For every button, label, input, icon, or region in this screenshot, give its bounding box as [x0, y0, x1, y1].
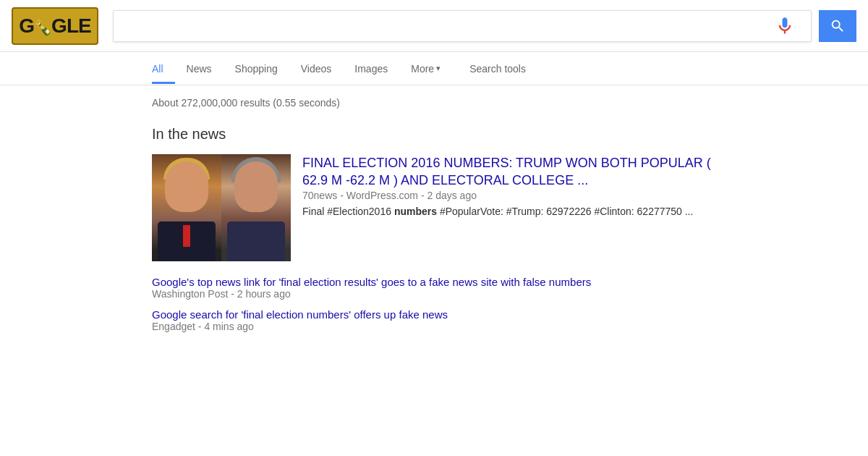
tab-videos[interactable]: Videos	[289, 54, 344, 83]
main-article-snippet: Final #Election2016 numbers #PopularVote…	[302, 204, 716, 219]
news-image	[152, 154, 291, 261]
news-content: FINAL ELECTION 2016 NUMBERS: TRUMP WON B…	[302, 154, 716, 261]
tab-images[interactable]: Images	[343, 54, 399, 83]
tab-more[interactable]: More	[399, 54, 452, 83]
related-article-2: Google search for 'final election number…	[152, 308, 716, 332]
search-button[interactable]	[819, 10, 856, 42]
tab-news[interactable]: News	[175, 54, 224, 83]
related-article-1: Google's top news link for 'final electi…	[152, 276, 716, 300]
trump-portrait	[152, 154, 221, 261]
clinton-portrait	[221, 154, 291, 261]
search-tools-button[interactable]: Search tools	[458, 54, 537, 83]
search-bar: final election numbers	[113, 10, 812, 42]
google-logo[interactable]: G🍾GLE	[12, 7, 98, 45]
main-article-title[interactable]: FINAL ELECTION 2016 NUMBERS: TRUMP WON B…	[302, 156, 711, 187]
related-article-1-title[interactable]: Google's top news link for 'final electi…	[152, 276, 716, 288]
search-nav: All News Shopping Videos Images More Sea…	[0, 52, 868, 85]
logo-text: G🍾GLE	[19, 14, 90, 38]
main-news-card: FINAL ELECTION 2016 NUMBERS: TRUMP WON B…	[152, 154, 716, 261]
main-article-source: 70news - WordPress.com - 2 days ago	[302, 190, 716, 201]
related-article-2-source: Engadget - 4 mins ago	[152, 321, 716, 332]
related-article-2-title[interactable]: Google search for 'final election number…	[152, 308, 716, 321]
mic-icon[interactable]	[775, 16, 795, 36]
tab-all[interactable]: All	[152, 54, 175, 83]
results-area: About 272,000,000 results (0.55 seconds)…	[0, 85, 868, 355]
related-article-1-source: Washington Post - 2 hours ago	[152, 288, 716, 300]
tab-shopping[interactable]: Shopping	[224, 54, 289, 83]
results-count: About 272,000,000 results (0.55 seconds)	[152, 97, 716, 109]
search-input[interactable]: final election numbers	[122, 18, 775, 33]
header: G🍾GLE final election numbers	[0, 0, 868, 52]
in-the-news-heading: In the news	[152, 126, 716, 143]
